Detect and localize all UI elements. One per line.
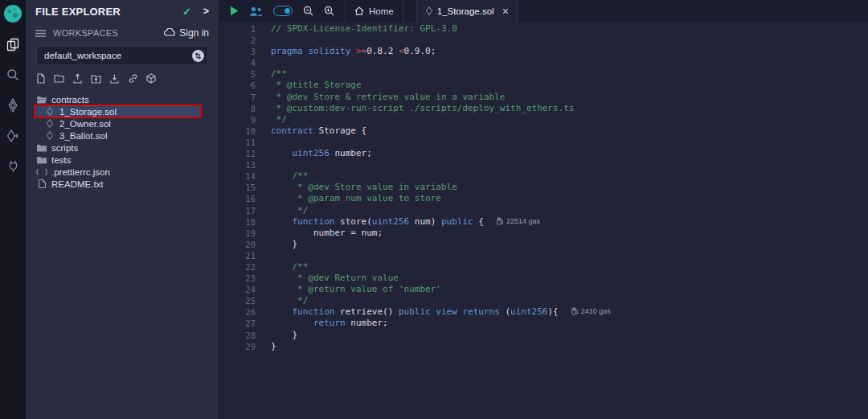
check-icon[interactable]: ✓ bbox=[182, 6, 191, 18]
line-number[interactable]: 22 bbox=[219, 261, 266, 273]
code-line-6[interactable]: * @title Storage bbox=[271, 80, 868, 91]
code-line-28[interactable]: } bbox=[271, 330, 868, 341]
search-icon[interactable] bbox=[0, 61, 26, 88]
line-number[interactable]: 15 bbox=[219, 182, 266, 193]
file-tree-item-scripts[interactable]: scripts bbox=[26, 142, 219, 154]
tab-1-storage-sol[interactable]: 1_Storage.sol × bbox=[416, 0, 518, 22]
line-number[interactable]: 21 bbox=[219, 250, 266, 261]
code-line-24[interactable]: * @return value of 'number' bbox=[271, 284, 868, 295]
code-line-2[interactable] bbox=[271, 35, 868, 46]
code-line-9[interactable]: */ bbox=[271, 114, 868, 125]
users-icon[interactable] bbox=[249, 6, 263, 17]
line-number[interactable]: 26 bbox=[219, 306, 266, 318]
code-line-3[interactable]: pragma solidity >=0.8.2 <0.9.0; bbox=[271, 46, 868, 57]
tab-home[interactable]: Home bbox=[345, 0, 403, 22]
code-line-23[interactable]: * @dev Return value bbox=[271, 273, 868, 284]
close-tab-icon[interactable]: × bbox=[502, 6, 509, 17]
line-number[interactable]: 16 bbox=[219, 193, 266, 204]
line-number[interactable]: 13 bbox=[219, 159, 266, 170]
line-number[interactable]: 8 bbox=[219, 103, 266, 114]
line-number[interactable]: 4 bbox=[219, 57, 266, 68]
link-icon[interactable] bbox=[128, 73, 138, 84]
file-name: scripts bbox=[51, 143, 78, 153]
workspace-selector[interactable]: default_workspace bbox=[36, 46, 208, 65]
code-line-8[interactable]: * @custom:dev-run-script ./scripts/deplo… bbox=[271, 103, 868, 114]
plugin-manager-icon[interactable] bbox=[0, 153, 26, 180]
line-number[interactable]: 25 bbox=[219, 295, 266, 306]
code-line-4[interactable] bbox=[271, 57, 868, 68]
workspaces-menu-icon[interactable] bbox=[35, 30, 46, 37]
code-line-10[interactable]: contract Storage { bbox=[271, 125, 868, 137]
solidity-compiler-icon[interactable] bbox=[0, 92, 26, 119]
line-number[interactable]: 2 bbox=[219, 35, 266, 46]
code-line-7[interactable]: * @dev Store & retrieve value in a varia… bbox=[271, 92, 868, 103]
code-line-16[interactable]: * @param num value to store bbox=[271, 193, 868, 204]
file-name: 3_Ballot.sol bbox=[59, 131, 107, 141]
line-number[interactable]: 3 bbox=[219, 46, 266, 57]
chevron-right-icon[interactable]: > bbox=[203, 6, 209, 17]
line-number[interactable]: 28 bbox=[219, 330, 266, 341]
line-number[interactable]: 1 bbox=[219, 23, 266, 35]
line-number[interactable]: 19 bbox=[219, 228, 266, 239]
code-line-15[interactable]: * @dev Store value in variable bbox=[271, 182, 868, 193]
code-line-22[interactable]: /** bbox=[271, 261, 868, 273]
upload-file-icon[interactable] bbox=[72, 73, 83, 84]
code-line-19[interactable]: number = num; bbox=[271, 228, 868, 239]
download-icon[interactable] bbox=[109, 73, 120, 84]
file-tree-item-readme-txt[interactable]: README.txt bbox=[26, 178, 219, 190]
line-number[interactable]: 12 bbox=[219, 148, 266, 159]
deploy-run-icon[interactable] bbox=[0, 122, 26, 150]
sign-in-button[interactable]: Sign in bbox=[164, 27, 209, 39]
code-line-5[interactable]: /** bbox=[271, 68, 868, 80]
code-line-14[interactable]: /** bbox=[271, 170, 868, 182]
code-line-25[interactable]: */ bbox=[271, 295, 868, 306]
upload-folder-icon[interactable] bbox=[91, 74, 101, 84]
code-line-13[interactable] bbox=[271, 159, 868, 170]
line-number[interactable]: 23 bbox=[219, 273, 266, 284]
zoom-in-icon[interactable] bbox=[324, 6, 334, 16]
line-number[interactable]: 10 bbox=[219, 125, 266, 137]
file-name: README.txt bbox=[51, 179, 104, 189]
file-tree-item-tests[interactable]: tests bbox=[26, 154, 219, 166]
line-number[interactable]: 6 bbox=[219, 80, 266, 91]
line-number[interactable]: 7 bbox=[219, 92, 266, 103]
code-line-26[interactable]: function retrieve() public view returns … bbox=[271, 306, 868, 318]
home-tab-label: Home bbox=[369, 6, 394, 16]
toggle-switch[interactable] bbox=[273, 6, 293, 16]
file-tree-item-1-storage-sol[interactable]: 1_Storage.sol bbox=[26, 105, 219, 117]
new-file-icon[interactable] bbox=[36, 73, 46, 84]
file-explorer-icon[interactable] bbox=[0, 31, 26, 58]
folder-open-icon bbox=[37, 96, 47, 104]
line-number[interactable]: 29 bbox=[219, 341, 266, 352]
code-line-29[interactable]: } bbox=[271, 341, 868, 352]
remix-logo[interactable] bbox=[0, 0, 26, 27]
line-number[interactable]: 14 bbox=[219, 170, 266, 182]
line-number[interactable]: 5 bbox=[219, 68, 266, 80]
code-line-17[interactable]: */ bbox=[271, 205, 868, 216]
code-line-20[interactable]: } bbox=[271, 239, 868, 250]
code-line-18[interactable]: function store(uint256 num) public {2251… bbox=[271, 216, 868, 228]
run-icon[interactable] bbox=[230, 6, 239, 16]
code-line-1[interactable]: // SPDX-License-Identifier: GPL-3.0 bbox=[271, 23, 868, 35]
file-tree-item-2-owner-sol[interactable]: 2_Owner.sol bbox=[26, 117, 219, 129]
line-number[interactable]: 17 bbox=[219, 205, 266, 216]
code-editor[interactable]: 1234567891011121314151617181920212223242… bbox=[219, 22, 868, 419]
panel-title: FILE EXPLORER bbox=[35, 6, 182, 18]
new-folder-icon[interactable] bbox=[54, 74, 64, 83]
sol-icon bbox=[45, 119, 55, 128]
ipfs-icon[interactable] bbox=[146, 73, 156, 84]
file-tree-item-3-ballot-sol[interactable]: 3_Ballot.sol bbox=[26, 129, 219, 142]
line-number[interactable]: 18 bbox=[219, 216, 266, 228]
code-line-11[interactable] bbox=[271, 137, 868, 148]
file-tree-item-prettierrc-json[interactable]: { }.prettierrc.json bbox=[26, 166, 219, 178]
file-tree-item-contracts[interactable]: contracts bbox=[26, 93, 219, 105]
line-number[interactable]: 20 bbox=[219, 239, 266, 250]
line-number[interactable]: 27 bbox=[219, 318, 266, 329]
line-number[interactable]: 9 bbox=[219, 114, 266, 125]
zoom-out-icon[interactable] bbox=[303, 6, 313, 16]
code-line-27[interactable]: return number; bbox=[271, 318, 868, 329]
line-number[interactable]: 11 bbox=[219, 137, 266, 148]
line-number[interactable]: 24 bbox=[219, 284, 266, 295]
code-line-21[interactable] bbox=[271, 250, 868, 261]
code-line-12[interactable]: uint256 number; bbox=[271, 148, 868, 159]
